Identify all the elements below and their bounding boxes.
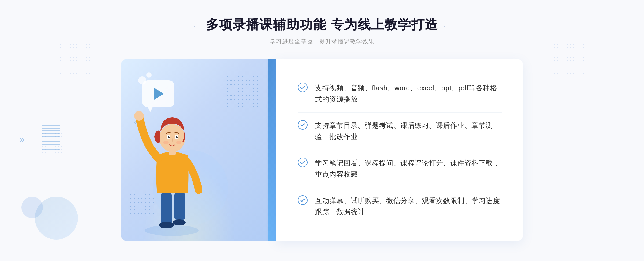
svg-point-13 xyxy=(177,136,178,137)
check-icon-2 xyxy=(298,120,308,130)
feature-item-3: 学习笔记回看、课程提问、课程评论打分、课件资料下载，重点内容收藏 xyxy=(298,150,502,188)
page-title: 多项录播课辅助功能 专为线上教学打造 xyxy=(206,16,438,33)
svg-rect-1 xyxy=(161,193,172,225)
illus-circle-1 xyxy=(138,76,146,84)
title-row: ⁚ ⁚ 多项录播课辅助功能 专为线上教学打造 ⁚ ⁚ xyxy=(193,16,451,33)
dots-decoration-tl xyxy=(59,43,91,75)
page-container: » ⁚ ⁚ 多项录播课辅助功能 专为线上教学打造 ⁚ ⁚ 学习进度全掌握，提升录… xyxy=(0,0,644,261)
play-icon xyxy=(154,88,164,100)
svg-point-4 xyxy=(173,219,186,225)
page-subtitle: 学习进度全掌握，提升录播课教学效果 xyxy=(193,38,451,46)
blue-bar-decoration xyxy=(268,59,276,241)
illustration-panel: « xyxy=(121,59,276,241)
feature-text-2: 支持章节目录、弹题考试、课后练习、课后作业、章节测验、批改作业 xyxy=(315,120,502,142)
svg-point-3 xyxy=(159,222,174,228)
illus-dots-1 xyxy=(225,75,258,107)
feature-item-1: 支持视频、音频、flash、word、excel、ppt、pdf等各种格式的资源… xyxy=(298,75,502,113)
feature-text-3: 学习笔记回看、课程提问、课程评论打分、课件资料下载，重点内容收藏 xyxy=(315,158,502,180)
svg-point-12 xyxy=(169,136,170,137)
svg-point-5 xyxy=(134,111,144,121)
dots-icon-left: ⁚ ⁚ xyxy=(193,21,201,28)
svg-rect-2 xyxy=(174,193,185,220)
stripe-decoration xyxy=(42,123,60,150)
svg-point-14 xyxy=(163,141,169,144)
arrow-decoration: » xyxy=(19,134,23,145)
main-content: « xyxy=(121,59,523,241)
check-icon-1 xyxy=(298,83,308,92)
page-header: ⁚ ⁚ 多项录播课辅助功能 专为线上教学打造 ⁚ ⁚ 学习进度全掌握，提升录播课… xyxy=(193,16,451,46)
illus-circle-2 xyxy=(146,72,152,78)
person-illustration xyxy=(134,102,209,241)
check-icon-4 xyxy=(298,195,308,205)
feature-item-2: 支持章节目录、弹题考试、课后练习、课后作业、章节测验、批改作业 xyxy=(298,113,502,150)
feature-text-1: 支持视频、音频、flash、word、excel、ppt、pdf等各种格式的资源… xyxy=(315,83,502,105)
feature-text-4: 互动弹幕、试听购买、微信分享、观看次数限制、学习进度跟踪、数据统计 xyxy=(315,195,502,218)
svg-point-15 xyxy=(176,141,181,144)
check-icon-3 xyxy=(298,158,308,167)
circle-decoration-small xyxy=(21,197,43,218)
feature-item-4: 互动弹幕、试听购买、微信分享、观看次数限制、学习进度跟踪、数据统计 xyxy=(298,188,502,225)
features-panel: 支持视频、音频、flash、word、excel、ppt、pdf等各种格式的资源… xyxy=(276,59,523,241)
dots-decoration-tr xyxy=(553,43,585,75)
dots-icon-right: ⁚ ⁚ xyxy=(444,21,451,28)
